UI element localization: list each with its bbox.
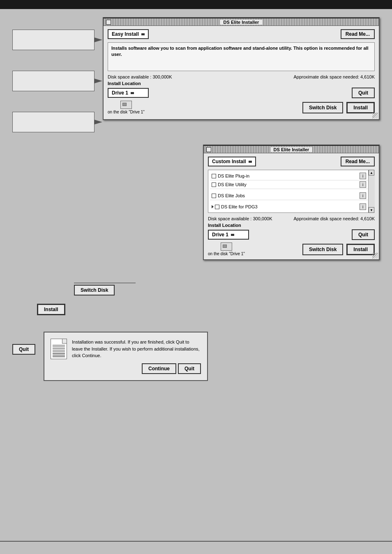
disk-info-row-1: Disk space available : 300,000K Approxim…: [108, 74, 375, 79]
disk-space-needed-2: Approximate disk space needed: 4,610K: [293, 216, 375, 221]
drive-dropdown-arrow-2: [231, 234, 234, 236]
quit-button-1[interactable]: Quit: [352, 88, 375, 98]
disk-space-available-2: Disk space available : 300,000K: [208, 216, 272, 221]
disk-icon-area-1: on the disk "Drive 1": [108, 101, 145, 114]
top-bar: [0, 0, 392, 9]
install-type-dropdown-1: Easy Install: [108, 29, 149, 39]
description-box-1: Installs software allow you to scan from…: [108, 42, 375, 71]
list-item: DS Elite for PDG3 i: [210, 203, 368, 211]
toolbar-row-1: Easy Install Read Me...: [108, 29, 375, 39]
window-title-1: DS Elite Installer: [220, 20, 263, 25]
success-message: Installation was successful. If you are …: [72, 339, 201, 359]
read-me-button-1[interactable]: Read Me...: [341, 29, 375, 39]
custom-install-window: DS Elite Installer Custom Install Read M…: [203, 145, 380, 260]
list-item: DS Elite Utility i: [210, 180, 368, 189]
switch-disk-button-1[interactable]: Switch Disk: [302, 102, 343, 113]
install-type-dropdown-2: Custom Install: [208, 157, 256, 166]
disk-label-2: on the disk "Drive 1": [208, 252, 245, 256]
switch-disk-button-2[interactable]: Switch Disk: [302, 244, 343, 255]
toolbar-row-2: Custom Install Read Me...: [208, 157, 375, 166]
list-item: DS Elite Jobs i: [210, 192, 368, 200]
dropdown-arrow-1: [141, 33, 145, 35]
info-btn-jobs[interactable]: i: [360, 192, 366, 199]
custom-install-dropdown[interactable]: Custom Install: [208, 157, 256, 166]
callout-box-3: [12, 112, 95, 132]
info-btn-pdg3[interactable]: i: [360, 203, 366, 210]
quit-button-2[interactable]: Quit: [352, 229, 375, 240]
callout-boxes-area: [12, 17, 95, 132]
checkbox-jobs[interactable]: [212, 194, 216, 198]
checkbox-utility[interactable]: [212, 182, 216, 187]
window-titlebar-1: DS Elite Installer: [104, 18, 379, 26]
scrollbar: ▲ ▼: [368, 170, 375, 213]
second-installer-area: DS Elite Installer Custom Install Read M…: [12, 145, 380, 272]
dropdown-arrow-2: [249, 161, 252, 163]
easy-install-dropdown[interactable]: Easy Install: [108, 29, 149, 39]
quit-section: Quit Installatio: [12, 332, 380, 381]
window-resize-1: [372, 113, 378, 118]
doc-line: [53, 346, 65, 347]
install-list: DS Elite Plug-in i DS Elite Utility i DS…: [208, 170, 375, 213]
item-label-jobs: DS Elite Jobs: [218, 193, 245, 198]
install-location-label-1: Install Location: [108, 81, 375, 86]
disk-icon-2: [221, 242, 232, 251]
quit-button-area: Quit: [12, 344, 35, 355]
drive-dropdown-1[interactable]: Drive 1: [108, 88, 149, 98]
checkbox-plugin[interactable]: [212, 174, 216, 178]
disk-info-row-2: Disk space available : 300,000K Approxim…: [208, 216, 375, 221]
window-close-2[interactable]: [206, 147, 211, 152]
first-installer-section: DS Elite Installer Easy Install Read Me.…: [12, 17, 380, 132]
dialog-buttons: Continue Quit: [72, 363, 201, 374]
easy-install-window: DS Elite Installer Easy Install Read Me.…: [103, 17, 380, 120]
window-body-2: Custom Install Read Me... DS Elite Plug-…: [204, 153, 379, 259]
callout-box-1: [12, 30, 95, 50]
item-label-plugin: DS Elite Plug-in: [218, 173, 249, 178]
drive-dropdown-arrow-1: [131, 92, 134, 94]
disk-label-1: on the disk "Drive 1": [108, 110, 145, 114]
switch-disk-standalone-section: Switch Disk: [74, 283, 380, 295]
install-button-2[interactable]: Install: [346, 244, 375, 255]
read-me-button-2[interactable]: Read Me...: [341, 157, 375, 166]
continue-button[interactable]: Continue: [142, 363, 176, 374]
dialog-content: Installation was successful. If you are …: [72, 339, 201, 374]
quit-dialog-button[interactable]: Quit: [178, 363, 201, 374]
doc-line: [53, 348, 65, 349]
install-button-1[interactable]: Install: [346, 102, 375, 113]
item-label-utility: DS Elite Utility: [218, 182, 247, 187]
callout-box-2: [12, 71, 95, 91]
scroll-up-button[interactable]: ▲: [369, 170, 374, 175]
checkbox-pdg3[interactable]: [215, 205, 219, 209]
disk-space-needed-1: Approximate disk space needed: 4,610K: [293, 74, 375, 79]
drive-dropdown-2[interactable]: Drive 1: [208, 230, 249, 240]
doc-icon: [51, 339, 67, 359]
window-titlebar-2: DS Elite Installer: [204, 146, 379, 153]
list-item: DS Elite Plug-in i: [210, 172, 368, 180]
doc-line: [53, 350, 65, 351]
disk-icon-1: [120, 101, 132, 109]
install-list-container: DS Elite Plug-in i DS Elite Utility i DS…: [208, 170, 375, 213]
success-dialog: Installation was successful. If you are …: [44, 332, 208, 381]
install-standalone-section: Install: [37, 304, 380, 315]
install-standalone-button[interactable]: Install: [37, 304, 65, 315]
item-label-pdg3: DS Elite for PDG3: [221, 204, 258, 209]
window-resize-2: [372, 253, 378, 259]
switch-disk-standalone-button[interactable]: Switch Disk: [74, 285, 115, 295]
disk-space-available-1: Disk space available : 300,000K: [108, 74, 172, 79]
install-location-label-2: Install Location: [208, 223, 375, 228]
scroll-down-button[interactable]: ▼: [369, 207, 374, 213]
window-title-2: DS Elite Installer: [270, 147, 313, 152]
disk-icon-area-2: on the disk "Drive 1": [208, 242, 245, 256]
window-close-1[interactable]: [106, 20, 111, 25]
doc-line: [53, 351, 65, 352]
bottom-divider: [0, 541, 392, 542]
window-body-1: Easy Install Read Me... Installs softwar…: [104, 26, 379, 118]
quit-standalone-button[interactable]: Quit: [12, 344, 35, 355]
expand-arrow: [212, 205, 214, 208]
info-btn-plugin[interactable]: i: [360, 173, 366, 179]
doc-line: [53, 345, 65, 346]
info-btn-utility[interactable]: i: [360, 181, 366, 188]
